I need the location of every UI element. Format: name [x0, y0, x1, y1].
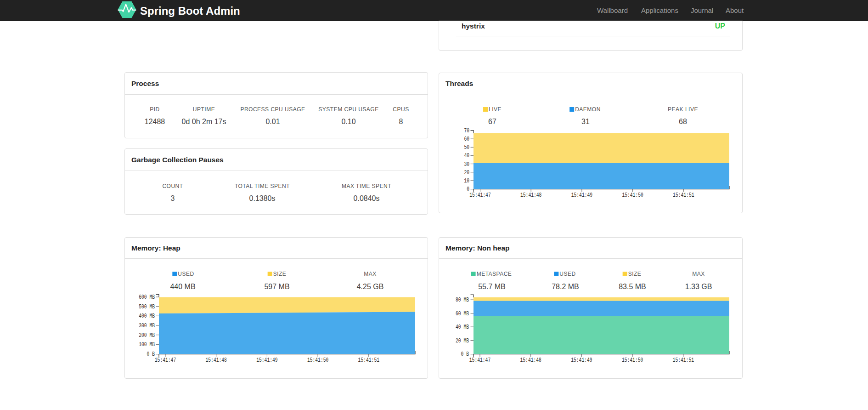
svg-text:60: 60 — [464, 136, 469, 142]
svg-text:200 MB: 200 MB — [139, 332, 155, 339]
svg-text:10: 10 — [464, 177, 469, 184]
svg-text:15:41:48: 15:41:48 — [206, 357, 227, 364]
svg-text:0 B: 0 B — [147, 351, 155, 358]
svg-text:15:41:51: 15:41:51 — [673, 357, 694, 364]
svg-text:30: 30 — [464, 161, 469, 168]
svg-text:80 MB: 80 MB — [456, 296, 469, 303]
svg-text:40 MB: 40 MB — [456, 324, 469, 330]
svg-text:15:41:48: 15:41:48 — [520, 357, 541, 364]
svg-text:50: 50 — [464, 144, 469, 151]
svg-text:15:41:50: 15:41:50 — [622, 357, 643, 364]
svg-text:15:41:47: 15:41:47 — [469, 357, 490, 364]
svg-text:100 MB: 100 MB — [139, 341, 155, 348]
svg-text:15:41:51: 15:41:51 — [673, 192, 694, 199]
svg-text:15:41:49: 15:41:49 — [571, 192, 592, 199]
svg-text:60 MB: 60 MB — [456, 310, 469, 317]
svg-text:20: 20 — [464, 169, 469, 176]
svg-text:15:41:50: 15:41:50 — [307, 357, 328, 364]
svg-text:40: 40 — [464, 152, 469, 159]
svg-text:15:41:47: 15:41:47 — [469, 192, 490, 199]
svg-text:0 B: 0 B — [461, 351, 469, 358]
svg-text:400 MB: 400 MB — [139, 313, 155, 319]
svg-text:15:41:51: 15:41:51 — [358, 357, 380, 364]
svg-text:0: 0 — [467, 186, 469, 193]
svg-text:500 MB: 500 MB — [139, 303, 155, 310]
svg-text:15:41:47: 15:41:47 — [155, 357, 176, 364]
svg-text:15:41:48: 15:41:48 — [520, 192, 541, 199]
svg-text:300 MB: 300 MB — [139, 322, 155, 329]
svg-text:600 MB: 600 MB — [139, 294, 155, 301]
svg-text:20 MB: 20 MB — [456, 337, 469, 344]
svg-text:15:41:49: 15:41:49 — [256, 357, 277, 364]
svg-text:70: 70 — [464, 127, 469, 134]
svg-text:15:41:49: 15:41:49 — [571, 357, 592, 364]
svg-text:15:41:50: 15:41:50 — [622, 192, 643, 199]
